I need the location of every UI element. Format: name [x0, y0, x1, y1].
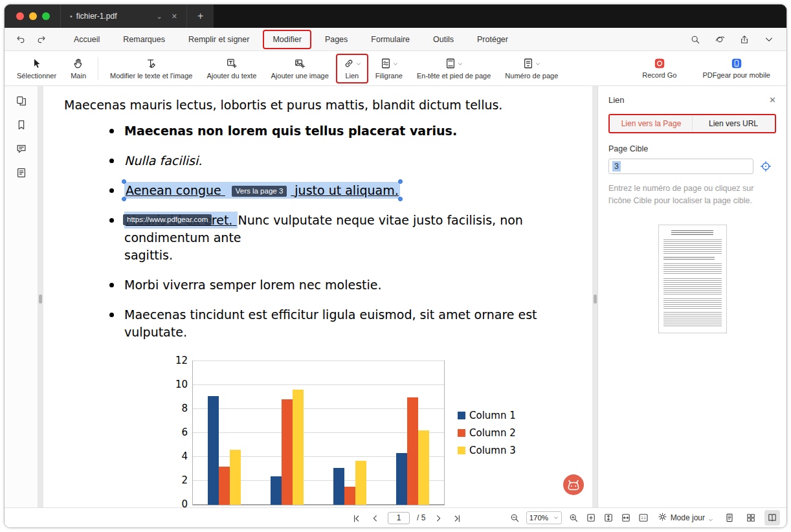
- tab-chevron-icon[interactable]: ⌄: [154, 11, 165, 22]
- tool-selectionner[interactable]: Sélectionner: [10, 54, 63, 83]
- link-panel-header: Lien ✕: [608, 95, 776, 105]
- tool-label: Numéro de page: [505, 72, 558, 80]
- doc-edit-icon[interactable]: [14, 166, 28, 180]
- tool-label: En-tête et pied de page: [417, 72, 491, 80]
- tool-en-tete-et-pied-de-page[interactable]: En-tête et pied de page: [410, 54, 498, 83]
- view-controls: 170% 1:1 Mode jour: [509, 508, 780, 527]
- target-page-value: 3: [612, 161, 621, 172]
- actual-size-icon[interactable]: 1:1: [638, 512, 649, 524]
- tool-label: Record Go: [642, 71, 676, 79]
- redo-icon[interactable]: [36, 34, 47, 45]
- tool-label: Lien: [345, 72, 359, 80]
- selection-handle[interactable]: [398, 179, 403, 184]
- minimize-window-button[interactable]: [29, 12, 37, 20]
- previous-page-icon[interactable]: [369, 512, 381, 524]
- first-page-icon[interactable]: [350, 512, 362, 524]
- tool-lien[interactable]: Lien: [336, 54, 368, 83]
- locate-target-icon[interactable]: [760, 161, 772, 172]
- link-panel-close-icon[interactable]: ✕: [769, 95, 776, 105]
- single-page-view-icon[interactable]: [722, 510, 737, 526]
- left-scrollbar[interactable]: [39, 294, 42, 304]
- tool-main[interactable]: Main: [63, 54, 93, 83]
- share-icon[interactable]: [739, 34, 750, 45]
- url-link-selection[interactable]: Mauris id ex eret. https://www.pdfgear.c…: [124, 212, 238, 228]
- sun-icon: [658, 512, 667, 524]
- tool-record-go[interactable]: Record Go: [635, 54, 684, 83]
- bookmarks-icon[interactable]: [14, 118, 28, 132]
- chart-ytick-label: 8: [170, 403, 188, 414]
- page-count-label: / 5: [417, 513, 425, 522]
- ribbon-tab-remarques[interactable]: Remarques: [113, 30, 175, 49]
- undo-redo-group: [15, 34, 47, 45]
- document-tab[interactable]: • fichier-1.pdf ⌄ ✕: [60, 5, 187, 28]
- fit-page-icon[interactable]: [585, 512, 597, 524]
- tool-filigrane[interactable]: Filigrane: [368, 54, 410, 83]
- page-number-input[interactable]: 1: [388, 512, 410, 524]
- page-link-tooltip: Vers la page 3: [232, 186, 287, 197]
- tab-link-to-url[interactable]: Lien vers URL: [692, 116, 774, 131]
- list-item: Aenean congue Vers la page 3 justo ut al…: [109, 182, 577, 199]
- new-tab-button[interactable]: +: [187, 10, 214, 22]
- add-text-icon: [226, 58, 238, 69]
- tool-pdfgear-pour-mobile[interactable]: PDFgear pour mobile: [695, 54, 777, 83]
- zoom-in-icon[interactable]: [568, 512, 579, 524]
- ribbon-tab-outils[interactable]: Outils: [423, 30, 463, 49]
- target-page-field-row: 3: [608, 159, 776, 174]
- comments-icon[interactable]: [14, 142, 28, 156]
- tool-modifier-le-texte-et-l-image[interactable]: Modifier le texte et l'image: [103, 54, 199, 83]
- book-view-icon[interactable]: [764, 510, 780, 526]
- thumb-text-block: [663, 263, 722, 275]
- undo-icon[interactable]: [15, 34, 27, 45]
- italic-bullet-text: Nulla facilisi.: [124, 153, 202, 168]
- zoom-level-value: 170%: [529, 514, 548, 522]
- page-link-selection[interactable]: Aenean congue Vers la page 3 justo ut al…: [124, 182, 400, 199]
- grid-view-icon[interactable]: [743, 510, 759, 526]
- chart-bar: [208, 396, 219, 505]
- thumbnails-icon[interactable]: [14, 94, 28, 108]
- mode-chevron-icon: [708, 515, 713, 520]
- pdfgear-assistant-button[interactable]: [563, 474, 585, 496]
- bold-bullet-text: Maecenas non lorem quis tellus placerat …: [124, 124, 457, 138]
- ribbon-tab-modifier[interactable]: Modifier: [263, 30, 311, 49]
- next-page-icon[interactable]: [432, 512, 444, 524]
- collapse-ribbon-chevron-icon[interactable]: [763, 34, 775, 45]
- tool-label: Filigrane: [375, 72, 403, 80]
- tool-numero-de-page[interactable]: Numéro de page: [498, 54, 565, 83]
- status-bar: 1 / 5 170% 1:1 Mode jour: [5, 507, 786, 527]
- edit-toolbar: SélectionnerMainModifier le texte et l'i…: [5, 51, 786, 86]
- fit-height-icon[interactable]: [603, 512, 614, 524]
- ribbon-tab-proteger[interactable]: Protéger: [467, 30, 518, 49]
- chart-ytick-label: 10: [170, 379, 188, 390]
- search-icon[interactable]: [689, 34, 701, 45]
- assistant-icon[interactable]: [714, 34, 726, 45]
- chart-bar: [333, 468, 344, 505]
- target-page-label: Page Cible: [608, 144, 776, 153]
- window-titlebar[interactable]: • fichier-1.pdf ⌄ ✕ +: [5, 5, 786, 28]
- ribbon-tab-formulaire[interactable]: Formulaire: [361, 30, 419, 49]
- chart-bar-group: Row 3: [328, 361, 373, 505]
- zoom-out-icon[interactable]: [509, 512, 520, 524]
- tool-ajouter-du-texte[interactable]: Ajouter du texte: [199, 54, 263, 83]
- selection-handle[interactable]: [122, 179, 126, 184]
- tab-close-icon[interactable]: ✕: [169, 11, 180, 22]
- right-scrollbar[interactable]: [594, 294, 597, 304]
- chart-legend-item: Column 2: [458, 427, 516, 439]
- selection-handle[interactable]: [122, 197, 126, 201]
- fit-width-icon[interactable]: [620, 512, 632, 524]
- ribbon-tab-pages[interactable]: Pages: [315, 30, 357, 49]
- tab-link-to-page[interactable]: Lien vers la Page: [610, 116, 692, 131]
- selection-handle[interactable]: [398, 197, 403, 201]
- last-page-icon[interactable]: [451, 512, 463, 524]
- target-page-thumbnail[interactable]: [658, 225, 727, 333]
- tool-ajouter-une-image[interactable]: Ajouter une image: [264, 54, 336, 83]
- display-mode-select[interactable]: Mode jour: [658, 512, 713, 524]
- target-page-input[interactable]: 3: [608, 159, 753, 174]
- thumb-text-block: [663, 239, 722, 254]
- record-icon: [654, 58, 665, 69]
- ribbon-tab-remplir-et-signer[interactable]: Remplir et signer: [179, 30, 259, 49]
- zoom-level-select[interactable]: 170%: [526, 511, 562, 524]
- zoom-window-button[interactable]: [42, 12, 50, 20]
- bullet-text: Morbi viverra semper lorem nec molestie.: [124, 278, 382, 292]
- ribbon-tab-accueil[interactable]: Accueil: [64, 30, 109, 49]
- close-window-button[interactable]: [16, 12, 24, 20]
